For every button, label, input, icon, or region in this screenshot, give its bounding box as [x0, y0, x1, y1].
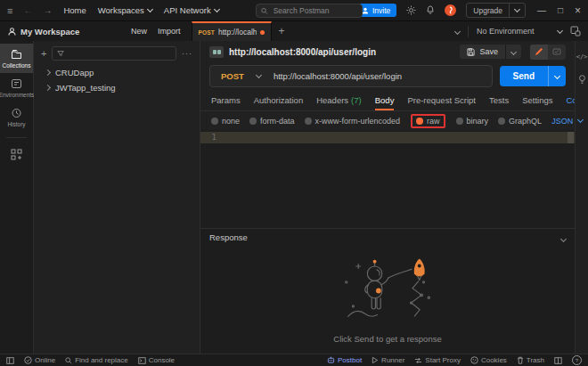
url-input[interactable]	[272, 70, 492, 82]
split-pane-icon[interactable]	[554, 357, 562, 364]
workspace-tab-bar: My Workspace New Import POST http://loca…	[0, 20, 588, 41]
nav-workspaces[interactable]: Workspaces	[98, 5, 152, 15]
upgrade-button[interactable]: Upgrade	[466, 3, 526, 18]
import-button[interactable]: Import	[152, 24, 186, 38]
comment-icon[interactable]	[548, 45, 566, 60]
tab-title: http://localhost:8000/	[218, 28, 257, 37]
collection-row[interactable]: CRUDapp	[34, 65, 200, 80]
sidebar-item-collections[interactable]: Collections	[0, 44, 33, 73]
body-type-form-data[interactable]: form-data	[249, 117, 295, 126]
editor-scrollbar[interactable]	[568, 132, 574, 143]
collection-row[interactable]: JWTapp_testing	[34, 80, 200, 95]
workspace-switcher[interactable]: My Workspace	[0, 21, 126, 41]
configure-sidebar-icon[interactable]	[0, 143, 33, 166]
sidebar-rail: Collections Environments History	[0, 41, 34, 354]
body-type-raw[interactable]: raw	[416, 117, 440, 126]
radio-icon[interactable]	[456, 118, 463, 125]
toggle-sidebar-icon[interactable]	[6, 357, 14, 364]
tab-pre-request-script[interactable]: Pre-request Script	[407, 89, 476, 110]
method-selector[interactable]: POST	[210, 71, 272, 81]
response-empty-message: Click Send to get a response	[333, 334, 441, 344]
body-type-none[interactable]: none	[211, 117, 240, 126]
radio-icon[interactable]	[305, 118, 312, 125]
new-button[interactable]: New	[126, 24, 152, 38]
console-toggle[interactable]: Console	[138, 356, 175, 364]
radio-icon[interactable]	[498, 118, 505, 125]
body-type-x-www-form-urlencoded[interactable]: x-www-form-urlencoded	[305, 117, 401, 126]
sidebar-item-environments[interactable]: Environments	[0, 73, 33, 102]
request-builder: http://localhost:8000/api/user/login Sav…	[200, 41, 575, 354]
expand-chevron-icon[interactable]	[45, 69, 51, 76]
help-icon[interactable]: ?	[572, 355, 582, 365]
body-type-graphql[interactable]: GraphQL	[498, 117, 542, 126]
nav-home[interactable]: Home	[63, 5, 86, 15]
tab-params[interactable]: Params	[211, 89, 241, 110]
online-status[interactable]: Online	[24, 356, 55, 364]
tab-tests[interactable]: Tests	[489, 89, 509, 110]
save-dropdown[interactable]	[506, 45, 521, 59]
astronaut-rocket-illustration	[332, 255, 444, 328]
user-avatar[interactable]	[445, 4, 456, 16]
send-button[interactable]: Send	[500, 66, 566, 86]
filter-collections-box[interactable]	[52, 46, 176, 61]
new-tab-button[interactable]: +	[272, 25, 292, 37]
tab-body[interactable]: Body	[375, 89, 395, 110]
trash-icon	[517, 356, 524, 364]
lightbulb-info-icon[interactable]	[578, 75, 586, 85]
window-close-button[interactable]: ×	[575, 4, 581, 17]
postbot-button[interactable]: Postbot	[327, 356, 362, 364]
response-title: Response	[209, 232, 248, 242]
save-button[interactable]: Save	[460, 45, 521, 59]
upgrade-dropdown[interactable]	[510, 4, 525, 17]
tab-headers[interactable]: Headers(7)	[316, 89, 362, 110]
request-title: http://localhost:8000/api/user/login	[229, 47, 376, 57]
edit-pencil-icon[interactable]	[530, 45, 548, 60]
nav-api-network[interactable]: API Network	[164, 5, 219, 15]
code-snippet-icon[interactable]: </>	[576, 53, 588, 61]
back-icon[interactable]: ←	[23, 5, 32, 15]
find-and-replace[interactable]: Find and replace	[65, 356, 128, 364]
more-actions-icon[interactable]: ···	[182, 49, 192, 58]
body-editor[interactable]: 1	[200, 130, 575, 228]
radio-selected-icon[interactable]	[416, 118, 423, 125]
request-tab[interactable]: POST http://localhost:8000/	[192, 21, 272, 41]
body-type-binary[interactable]: binary	[456, 117, 489, 126]
window-maximize-button[interactable]: □	[558, 5, 563, 15]
filter-input[interactable]	[65, 49, 171, 59]
window-minimize-button[interactable]: —	[537, 5, 546, 15]
global-search[interactable]	[256, 4, 363, 18]
line-number: 1	[200, 133, 216, 142]
expand-chevron-icon[interactable]	[45, 85, 51, 91]
console-icon	[138, 357, 146, 364]
radio-icon[interactable]	[249, 118, 257, 125]
runner-play-icon	[372, 356, 379, 364]
settings-gear-icon[interactable]	[406, 5, 416, 15]
filter-funnel-icon	[57, 50, 64, 57]
right-rail: </>	[575, 41, 588, 354]
search-icon	[65, 357, 72, 364]
proxy-arrows-icon	[414, 357, 422, 364]
collections-panel: + ··· CRUDapp JWTapp_testing	[34, 41, 200, 354]
sidebar-item-history[interactable]: History	[0, 102, 33, 132]
cookies-button[interactable]: Cookies	[470, 356, 507, 364]
save-floppy-icon	[467, 48, 475, 56]
environment-quick-look-icon[interactable]	[570, 26, 581, 37]
tab-settings[interactable]: Settings	[522, 89, 552, 110]
main-region: Collections Environments History +	[0, 41, 588, 354]
tab-authorization[interactable]: Authorization	[254, 89, 303, 110]
runner-button[interactable]: Runner	[372, 356, 404, 364]
environment-selector[interactable]: No Environment	[477, 27, 562, 36]
tab-options-chevron-icon[interactable]	[454, 28, 461, 34]
radio-icon[interactable]	[211, 118, 218, 125]
trash-button[interactable]: Trash	[517, 356, 544, 364]
main-menu-icon[interactable]: ≡	[7, 5, 12, 16]
chevron-down-icon	[147, 6, 153, 12]
search-input[interactable]	[272, 5, 357, 16]
forward-icon[interactable]: →	[43, 5, 52, 15]
notifications-bell-icon[interactable]	[426, 5, 435, 15]
send-dropdown[interactable]	[549, 66, 566, 86]
person-icon	[8, 28, 16, 36]
add-collection-button[interactable]: +	[41, 48, 46, 59]
start-proxy-button[interactable]: Start Proxy	[414, 356, 461, 364]
collapse-response-chevron-icon[interactable]	[561, 229, 566, 245]
